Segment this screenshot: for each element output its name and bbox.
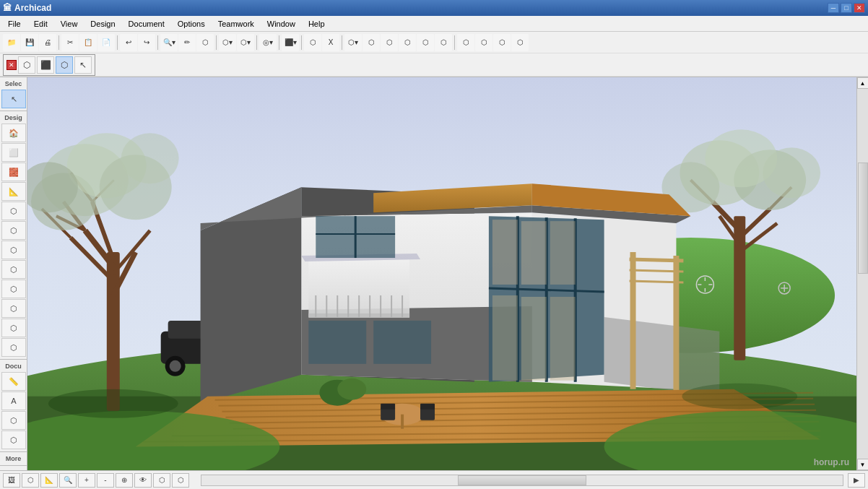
toolbar-btn-23[interactable]: X	[322, 34, 339, 51]
scroll-track[interactable]	[857, 89, 869, 459]
scroll-down-button[interactable]: ▼	[857, 459, 869, 470]
toolbar-btn-29[interactable]: ⬡	[417, 34, 434, 51]
status-measure-button[interactable]: 📐	[40, 473, 58, 488]
menu-item-file[interactable]: File	[1, 17, 27, 30]
toolbar-btn-4[interactable]: ✂	[61, 34, 79, 51]
svg-rect-57	[492, 295, 518, 381]
sidebar-tool-marker[interactable]: ⬡	[1, 430, 26, 449]
sidebar-tool-dim[interactable]: 📏	[1, 372, 26, 391]
toolbar-btn-9[interactable]: ↪	[138, 34, 155, 51]
toolbar-btn-6[interactable]: 📄	[97, 34, 115, 51]
panel-close-button[interactable]: ✕	[6, 60, 17, 70]
sidebar-tool-lamp[interactable]: ⬡	[1, 319, 26, 337]
scroll-thumb[interactable]	[858, 163, 868, 274]
toolbar-btn-28[interactable]: ⬡	[399, 34, 416, 51]
menu-item-help[interactable]: Help	[302, 17, 331, 30]
maximize-button[interactable]: □	[841, 3, 852, 13]
toolbar-btn-22[interactable]: ⬡	[304, 34, 321, 51]
sidebar-tool-object[interactable]: ⬡	[1, 299, 26, 318]
status-zoom-fit[interactable]: 🔍	[59, 473, 77, 488]
sidebar-tool-select[interactable]: ↖	[1, 90, 26, 108]
toolbar-btn-5[interactable]: 📋	[79, 34, 97, 51]
status-zoom-real[interactable]: ⊕	[116, 473, 133, 488]
menu-item-options[interactable]: Options	[171, 17, 212, 30]
toolbar-btn-20[interactable]: ⬛▾	[282, 34, 299, 51]
svg-rect-54	[492, 220, 518, 285]
toolbar-btn-33[interactable]: ⬡	[475, 34, 492, 51]
sidebar-tool-column[interactable]: 🧱	[1, 163, 26, 181]
toolbar-separator-31	[454, 35, 455, 50]
sidebar-tool-door[interactable]: ⬡	[1, 202, 26, 220]
menu-item-document[interactable]: Document	[122, 17, 171, 30]
toolbar-btn-27[interactable]: ⬡	[381, 34, 398, 51]
toolbar-btn-16[interactable]: ⬡▾	[237, 34, 254, 51]
toolbar-btn-32[interactable]: ⬡	[457, 34, 474, 51]
status-scroll-right[interactable]: ▶	[848, 473, 865, 488]
panel-tool-3[interactable]: ⬡	[56, 56, 73, 74]
toolbar-btn-25[interactable]: ⬡▾	[344, 34, 362, 51]
toolbar-btn-30[interactable]: ⬡	[435, 34, 452, 51]
toolbar-btn-26[interactable]: ⬡	[363, 34, 380, 51]
sidebar-tool-roof[interactable]: ⬡	[1, 260, 26, 279]
svg-line-82	[630, 281, 684, 282]
svg-rect-59	[550, 297, 576, 381]
left-sidebar: Selec ↖ Desig 🏠 ⬜ 🧱 📐 ⬡ ⬡ ⬡ ⬡ ⬡ ⬡ ⬡ ⬡ Do…	[0, 77, 27, 470]
toolbar-btn-1[interactable]: 💾	[21, 34, 38, 51]
sidebar-tool-zone[interactable]: ⬡	[1, 338, 26, 357]
sidebar-tool-window[interactable]: ⬡	[1, 221, 26, 240]
status-walk-button[interactable]: ⬡	[153, 473, 170, 488]
vertical-scrollbar[interactable]: ▲ ▼	[856, 77, 868, 470]
toolbar-btn-12[interactable]: ✏	[178, 34, 196, 51]
toolbar-separator-10	[157, 35, 158, 50]
sidebar-tool-wall[interactable]: 🏠	[1, 124, 26, 142]
minimize-button[interactable]: ─	[828, 3, 839, 13]
toolbar-btn-35[interactable]: ⬡	[511, 34, 529, 51]
close-button[interactable]: ✕	[854, 3, 865, 13]
panel-tool-arrow[interactable]: ↖	[74, 56, 92, 74]
svg-rect-97	[381, 404, 395, 410]
status-view-button[interactable]: 🖼	[3, 473, 20, 488]
svg-line-81	[630, 270, 684, 272]
toolbar-btn-13[interactable]: ⬡	[196, 34, 214, 51]
toolbar-btn-8[interactable]: ↩	[120, 34, 137, 51]
toolbar-btn-18[interactable]: ◎▾	[259, 34, 277, 51]
toolbar-btn-0[interactable]: 📁	[3, 34, 20, 51]
horizontal-scrollbar[interactable]	[201, 475, 843, 486]
menu-item-window[interactable]: Window	[261, 17, 302, 30]
toolbar-btn-34[interactable]: ⬡	[493, 34, 511, 51]
toolbar-separator-17	[256, 35, 257, 50]
status-zoom-in[interactable]: +	[78, 473, 95, 488]
toolbar-btn-2[interactable]: 🖨	[39, 34, 56, 51]
svg-point-102	[48, 389, 178, 418]
viewport[interactable]: horup.ru	[27, 77, 856, 470]
status-orbit-button[interactable]: ⬡	[172, 473, 189, 488]
menu-item-design[interactable]: Design	[84, 17, 121, 30]
sidebar-tool-text[interactable]: A	[1, 391, 26, 410]
float-panel: ✕ ⬡ ⬛ ⬡ ↖	[3, 54, 95, 76]
sidebar-tool-stair[interactable]: ⬡	[1, 241, 26, 259]
menu-item-teamwork[interactable]: Teamwork	[212, 17, 261, 30]
menu-item-view[interactable]: View	[54, 17, 84, 30]
svg-rect-95	[401, 415, 404, 429]
panel-tool-2[interactable]: ⬛	[37, 56, 54, 74]
sidebar-tool-beam[interactable]: 📐	[1, 182, 26, 201]
toolbar-btn-15[interactable]: ⬡▾	[219, 34, 236, 51]
toolbar-separator-24	[342, 35, 342, 50]
toolbar-separator-7	[117, 35, 118, 50]
scrollbar-thumb[interactable]	[458, 475, 586, 485]
status-grid-button[interactable]: ⬡	[22, 473, 39, 488]
svg-line-80	[630, 259, 684, 261]
sidebar-design-label: Desig	[0, 113, 27, 123]
scroll-up-button[interactable]: ▲	[857, 77, 869, 89]
sidebar-tool-mesh[interactable]: ⬡	[1, 280, 26, 298]
panel-tool-1[interactable]: ⬡	[18, 56, 35, 74]
toolbar-btn-11[interactable]: 🔍▾	[160, 34, 178, 51]
sidebar-tool-slab[interactable]: ⬜	[1, 143, 26, 162]
status-3d-button[interactable]: 👁	[134, 473, 152, 488]
main-area: Selec ↖ Desig 🏠 ⬜ 🧱 📐 ⬡ ⬡ ⬡ ⬡ ⬡ ⬡ ⬡ ⬡ Do…	[0, 77, 868, 470]
status-zoom-out[interactable]: -	[97, 473, 114, 488]
app-icon: 🏛	[3, 3, 12, 13]
app-title-text: Archicad	[14, 3, 51, 13]
sidebar-tool-label[interactable]: ⬡	[1, 411, 26, 430]
menu-item-edit[interactable]: Edit	[27, 17, 54, 30]
